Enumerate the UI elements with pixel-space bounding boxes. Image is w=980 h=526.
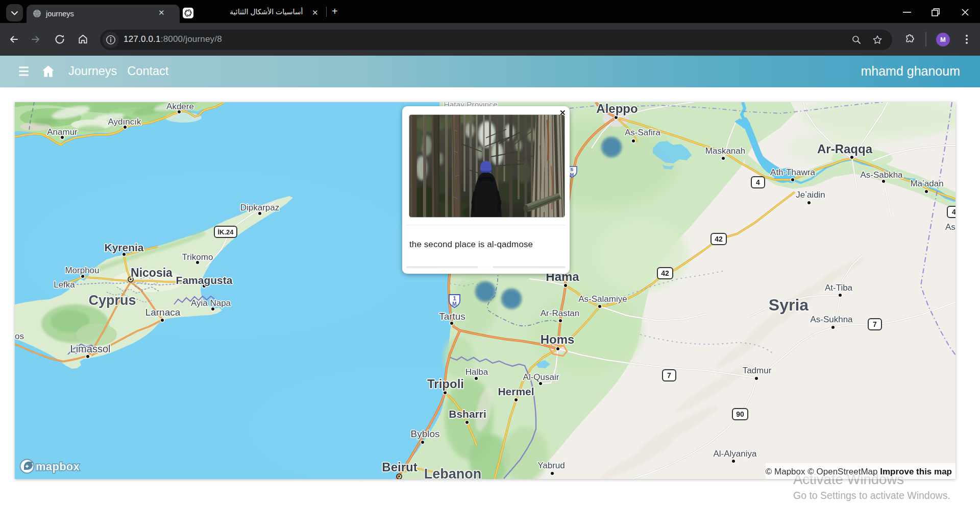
svg-text:mapbox: mapbox [36,460,80,473]
svg-text:Aydıncık: Aydıncık [108,117,141,127]
svg-text:Ar-Raqqa: Ar-Raqqa [817,142,873,156]
svg-text:Tadmur: Tadmur [743,366,772,375]
svg-text:4: 4 [952,208,955,216]
svg-text:As-Sukhna: As-Sukhna [810,315,853,324]
svg-text:Anamur: Anamur [47,127,78,137]
svg-text:42: 42 [715,235,723,243]
svg-text:Akdere: Akdere [166,102,194,111]
svg-text:5: 5 [571,166,574,172]
svg-text:Halba: Halba [465,367,488,377]
svg-text:Cyprus: Cyprus [88,293,136,308]
svg-text:As-Salamiye: As-Salamiye [578,294,627,304]
svg-text:Lebanon: Lebanon [424,466,482,479]
svg-text:As-Sabkha: As-Sabkha [860,170,903,180]
svg-text:M: M [452,301,456,307]
svg-text:Kyrenia: Kyrenia [104,242,143,253]
svg-text:Maskanah: Maskanah [705,146,745,156]
svg-text:Homs: Homs [541,332,575,346]
svg-text:Morphou: Morphou [65,266,99,275]
svg-text:1: 1 [453,295,456,301]
svg-text:Tripoli: Tripoli [427,377,464,391]
svg-text:42: 42 [661,269,669,277]
svg-text:Ash: Ash [945,222,955,232]
svg-text:Beirut: Beirut [382,460,417,474]
svg-text:Tartus: Tartus [439,311,465,322]
svg-text:7: 7 [873,320,877,328]
svg-text:4: 4 [756,178,760,186]
svg-text:Jeʼaidin: Jeʼaidin [796,190,825,200]
svg-text:Hermel: Hermel [498,386,534,397]
svg-text:Trikomo: Trikomo [182,252,213,262]
svg-text:Ar-Rastan: Ar-Rastan [541,308,580,318]
svg-text:90: 90 [736,410,744,418]
svg-text:Lefka: Lefka [54,280,75,290]
svg-text:Ath-Thawra: Ath-Thawra [770,168,815,177]
svg-text:Larnaca: Larnaca [145,307,181,318]
svg-text:Yabrud: Yabrud [537,461,565,470]
svg-text:Maʼadan: Maʼadan [910,179,943,188]
svg-text:Dipkarpaz: Dipkarpaz [240,203,280,212]
svg-text:M: M [570,172,574,177]
svg-text:Limassol: Limassol [70,343,111,354]
svg-text:Nicosia: Nicosia [131,266,173,279]
svg-text:Al-Alyaniya: Al-Alyaniya [713,449,757,459]
svg-text:As-Safira: As-Safira [625,128,660,137]
svg-text:Famagusta: Famagusta [176,274,233,286]
svg-text:Al-Qusair: Al-Qusair [523,372,559,382]
svg-text:os: os [15,331,24,341]
svg-text:Bsharri: Bsharri [449,408,486,420]
svg-text:Byblos: Byblos [410,428,439,439]
svg-text:Ayia Napa: Ayia Napa [191,298,231,308]
svg-text:İK.24: İK.24 [217,228,234,236]
svg-text:Aleppo: Aleppo [596,102,638,115]
svg-text:Syria: Syria [769,296,808,314]
svg-text:At-Tiba: At-Tiba [825,283,853,293]
svg-text:7: 7 [667,371,671,379]
